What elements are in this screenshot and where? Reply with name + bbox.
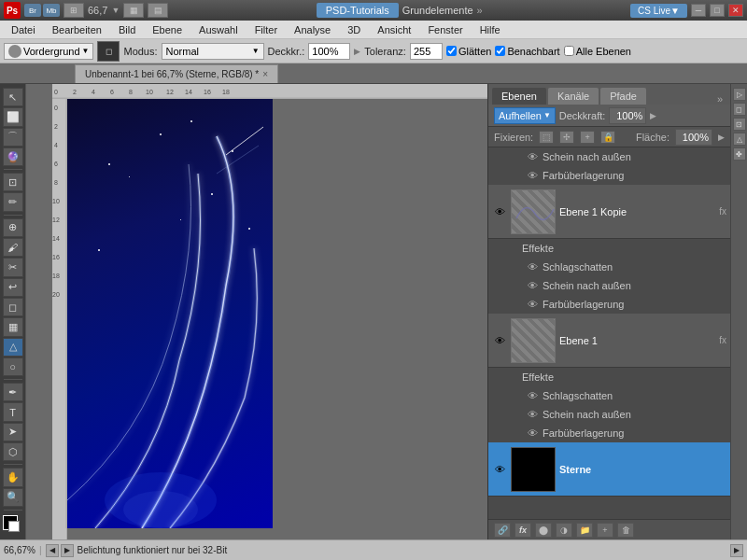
modus-dropdown[interactable]: Normal ▼	[162, 43, 264, 60]
text-tool[interactable]: T	[3, 402, 23, 421]
effect-farb-kopie[interactable]: 👁 Farbüberlagerung	[488, 295, 730, 314]
eraser-tool[interactable]: ◻	[3, 298, 23, 316]
shape-tool[interactable]: ⬡	[3, 442, 23, 461]
layer-visibility-icon[interactable]: 👁	[492, 204, 507, 219]
panel-edge-btn-1[interactable]: ▷	[733, 88, 746, 101]
delete-layer-icon[interactable]: 🗑	[617, 523, 634, 538]
foreground-background-colors[interactable]	[3, 515, 23, 534]
arrange-icon[interactable]: ▤	[148, 3, 168, 18]
brush-tool[interactable]: 🖌	[3, 238, 23, 257]
layer-sterne-visibility-icon[interactable]: 👁	[492, 462, 507, 477]
close-button[interactable]: ✕	[728, 4, 743, 17]
move-tool[interactable]: ↖	[3, 88, 23, 106]
link-layers-icon[interactable]: 🔗	[494, 523, 511, 538]
menu-hilfe[interactable]: Hilfe	[472, 22, 508, 37]
layer-ebene1[interactable]: 👁 Ebene 1 fx	[488, 314, 730, 368]
panel-edge-btn-3[interactable]: ⊡	[733, 118, 746, 131]
tab-ebenen[interactable]: Ebenen	[492, 88, 546, 105]
menu-fenster[interactable]: Fenster	[420, 22, 470, 37]
effect-farbueberlag-top[interactable]: 👁 Farbüberlagerung	[488, 166, 730, 185]
menu-ansicht[interactable]: Ansicht	[370, 22, 418, 37]
fill-input[interactable]: 100%	[675, 129, 712, 146]
effect-eye-farb-kopie[interactable]: 👁	[526, 298, 539, 311]
brush-preset-dropdown[interactable]: Vordergrund ▼	[4, 43, 93, 60]
layer-style-icon[interactable]: fx	[514, 523, 531, 538]
pen-tool[interactable]: ✒	[3, 383, 23, 401]
effect-schlagschatten-e1[interactable]: 👁 Schlagschatten	[488, 386, 730, 405]
effect-eye-schein-e1[interactable]: 👁	[526, 408, 539, 421]
lasso-tool[interactable]: ⌒	[3, 128, 23, 147]
glaetten-checkbox[interactable]: Glätten	[446, 46, 491, 57]
effect-schlagschatten-kopie[interactable]: 👁 Schlagschatten	[488, 258, 730, 276]
effect-farb-e1[interactable]: 👁 Farbüberlagerung	[488, 424, 730, 442]
lock-all-icon[interactable]: 🔒	[600, 131, 615, 144]
healing-brush-tool[interactable]: ⊕	[3, 218, 23, 237]
lock-add-icon[interactable]: +	[580, 131, 595, 144]
psd-tutorials-button[interactable]: PSD-Tutorials	[317, 3, 399, 18]
deckkraft-arrow-icon[interactable]: ▶	[354, 47, 360, 56]
doc-tab-close-icon[interactable]: ×	[262, 69, 268, 79]
view-icon[interactable]: ▦	[123, 3, 144, 18]
adjustment-layer-icon[interactable]: ◑	[556, 523, 572, 538]
crop-tool[interactable]: ⊡	[3, 173, 23, 191]
effect-eye-icon-2[interactable]: 👁	[526, 169, 539, 182]
dodge-tool[interactable]: ○	[3, 357, 23, 376]
layer-ebene1-visibility-icon[interactable]: 👁	[492, 333, 507, 348]
panel-edge-btn-2[interactable]: ◻	[733, 103, 746, 116]
effects-label-e1[interactable]: Effekte	[488, 368, 730, 386]
tab-pfade[interactable]: Pfade	[600, 88, 646, 105]
effect-eye-icon[interactable]: 👁	[526, 150, 539, 163]
panel-expand-icon[interactable]: »	[713, 93, 726, 105]
history-brush-tool[interactable]: ↩	[3, 278, 23, 297]
menu-analyse[interactable]: Analyse	[287, 22, 338, 37]
lock-position-icon[interactable]: ✢	[559, 131, 574, 144]
menu-auswahl[interactable]: Auswahl	[191, 22, 246, 37]
effect-eye-schlag-e1[interactable]: 👁	[526, 389, 539, 402]
clone-stamp-tool[interactable]: ✂	[3, 258, 23, 276]
eyedropper-tool[interactable]: ✏	[3, 192, 23, 211]
opacity-arrow-icon[interactable]: ▶	[650, 111, 656, 120]
path-selection-tool[interactable]: ➤	[3, 423, 23, 441]
new-layer-icon[interactable]: +	[597, 523, 613, 538]
gradient-tool[interactable]: ▦	[3, 317, 23, 336]
toleranz-input[interactable]: 255	[410, 43, 443, 60]
effect-eye-farb-e1[interactable]: 👁	[526, 427, 539, 440]
effect-eye-schlag-kopie[interactable]: 👁	[526, 260, 539, 273]
status-next-btn[interactable]: ▶	[61, 544, 74, 557]
bridge-badge[interactable]: Br	[24, 4, 41, 17]
zoom-tool[interactable]: 🔍	[3, 488, 23, 507]
benachbart-checkbox[interactable]: Benachbart	[495, 46, 559, 57]
minimize-button[interactable]: ─	[691, 4, 706, 17]
menu-3d[interactable]: 3D	[340, 22, 368, 37]
status-info-expand[interactable]: ▶	[730, 544, 743, 557]
add-mask-icon[interactable]: ⬤	[535, 523, 552, 538]
blend-mode-dropdown[interactable]: Aufhellen ▼	[494, 107, 556, 124]
rectangular-marquee-tool[interactable]: ⬜	[3, 107, 23, 126]
layer-ebene1kopie[interactable]: 👁 Ebene 1 Kopie fx	[488, 185, 730, 239]
effect-schein-kopie[interactable]: 👁 Schein nach außen	[488, 276, 730, 295]
mb-badge[interactable]: Mb	[43, 4, 60, 17]
canvas-image[interactable]	[67, 99, 273, 528]
quick-select-tool[interactable]: 🔮	[3, 147, 23, 166]
panel-edge-btn-4[interactable]: △	[733, 133, 746, 146]
effect-eye-schein-kopie[interactable]: 👁	[526, 279, 539, 292]
hand-tool[interactable]: ✋	[3, 468, 23, 486]
alleebenen-checkbox[interactable]: Alle Ebenen	[564, 46, 631, 57]
blur-tool[interactable]: △	[3, 338, 23, 357]
menu-filter[interactable]: Filter	[247, 22, 285, 37]
deckkraft-input[interactable]: 100%	[308, 43, 350, 60]
layer-sterne[interactable]: 👁 Sterne	[488, 442, 730, 497]
tab-kanaele[interactable]: Kanäle	[548, 88, 599, 105]
canvas-area[interactable]: 0 2 4 6 8 10 12 14 16 18 0 2 4 6 8	[26, 84, 487, 539]
document-tab[interactable]: Unbenannt-1 bei 66,7% (Sterne, RGB/8) * …	[75, 64, 278, 83]
menu-bild[interactable]: Bild	[111, 22, 143, 37]
restore-button[interactable]: □	[710, 4, 725, 17]
layers-list[interactable]: 👁 Schein nach außen 👁 Farbüberlagerung 👁…	[488, 147, 730, 519]
panel-edge-btn-5[interactable]: ✤	[733, 147, 746, 161]
group-icon[interactable]: 📁	[576, 523, 593, 538]
menu-ebene[interactable]: Ebene	[145, 22, 190, 37]
effect-schein-nach-aussen-top[interactable]: 👁 Schein nach außen	[488, 147, 730, 166]
status-prev-btn[interactable]: ◀	[46, 544, 59, 557]
canvas-wrapper[interactable]	[67, 99, 487, 539]
expand-panels-icon[interactable]: »	[477, 5, 483, 16]
